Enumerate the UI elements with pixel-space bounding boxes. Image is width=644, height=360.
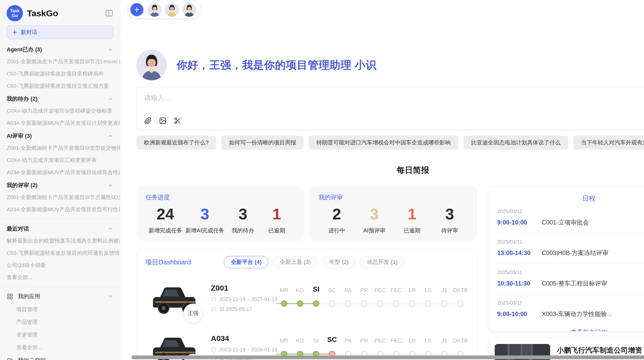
suggestion-chip[interactable]: 欧洲新规最近颁布了什么?: [136, 136, 216, 149]
milestone-label: LS: [425, 337, 432, 344]
sidebar-section-title: 最近对话: [7, 225, 29, 233]
sidebar-header: Task Go TaskGo: [0, 4, 120, 24]
milestone-dot: [377, 301, 383, 307]
dashboard-tab[interactable]: 年型 (2): [322, 256, 355, 268]
sidebar-item-label: 我的云空间: [18, 357, 46, 360]
conversation-item[interactable]: C0X4-动力总成开发项目工程变更评审: [0, 154, 120, 166]
schedule-event-name: X003-车辆动力学性能验...: [542, 310, 644, 318]
milestone-dot: [361, 301, 367, 307]
conversation-item[interactable]: A034-全新新能源MUV产品开发项目造型可行性评审: [0, 203, 120, 216]
sidebar-section-header[interactable]: 我的待办 (2): [0, 92, 120, 105]
stat: 3新增AI完成任务: [185, 205, 224, 234]
conversation-item[interactable]: A034-全新新能源MUV产品开发项目法规符合性评审: [0, 166, 120, 178]
stat-label: 进行中: [321, 227, 352, 234]
image-upload-icon[interactable]: [159, 117, 167, 125]
chevron-up-icon: [107, 133, 113, 139]
view-all-schedule-link[interactable]: 查看所有日程: [497, 328, 644, 332]
sidebar-section-header[interactable]: 我的评审 (2): [0, 178, 120, 191]
stat: 1已逾期: [397, 205, 427, 234]
milestone-dot: [297, 301, 303, 307]
dashboard-tab[interactable]: 动总开发 (1): [360, 256, 404, 268]
schedule-time: 9:00-10:00: [497, 219, 542, 226]
app-link[interactable]: 查看全部...: [0, 341, 120, 354]
milestone-label: PA: [345, 287, 352, 294]
stat-label: 新增完成任务: [149, 227, 182, 234]
dashboard-tab[interactable]: 全新平台 (4): [224, 256, 268, 268]
project-date-range: 2023-12-19 ~ 2027-01-19: [219, 296, 277, 302]
input-toolbar: [144, 117, 644, 125]
milestone-dot: [393, 301, 399, 307]
agent-avatar[interactable]: [148, 3, 162, 17]
project-info: Z0012023-12-19 ~ 2027-01-19SI-2025-05-17: [211, 284, 274, 312]
sidebar-scroll: Agent已办 (3)Z001-全新燃油皮卡产品开发项目SI节点Lesson L…: [0, 43, 120, 360]
stat-label: 已逾期: [397, 227, 427, 234]
project-code: A034: [211, 334, 274, 343]
schedule-date: 2025/03/11: [497, 208, 644, 214]
stat-value: 24: [149, 205, 182, 223]
milestone-label: PR: [360, 287, 368, 294]
new-chat-button[interactable]: 新对话: [7, 25, 113, 39]
stat-value: 2: [321, 205, 352, 223]
milestone-label: PA: [345, 337, 352, 344]
conversation-item[interactable]: Z001-全新燃油皮卡产品开发项目SI节点Lesson Learn报告: [0, 55, 120, 68]
dashboard-tab[interactable]: 全新上装 (3): [273, 256, 317, 268]
sidebar-section-header[interactable]: AI评审 (3): [0, 129, 120, 142]
screenshot-scissors-icon[interactable]: [174, 117, 181, 125]
conversation-item[interactable]: Z001-全新燃油轻卡产品开发项目SI造型提交物评审: [0, 142, 120, 154]
stat-card-title: 任务进度: [145, 193, 295, 201]
project-row: 王强Z0012023-12-19 ~ 2027-01-19SI-2025-05-…: [145, 279, 468, 317]
sidebar: Task Go TaskGo 新对话 Agent已办 (3)Z001-全新燃油皮…: [0, 0, 120, 360]
agent-avatar[interactable]: [182, 3, 196, 17]
suggestion-chips: 欧洲新规最近颁布了什么?如何写一份清晰的项目周报特朗普可能对进口汽车增税会对中国…: [136, 136, 644, 149]
apps-grid-icon: [7, 293, 13, 300]
horizontal-scrollbar[interactable]: [131, 355, 644, 359]
add-agent-button[interactable]: [130, 3, 144, 17]
divider: [0, 219, 120, 219]
project-date-range: 2023-12-19 ~ 2026-01-19: [219, 347, 277, 353]
greeting-text: 你好，王强，我是你的项目管理助理 小识: [177, 58, 377, 72]
conversation-item[interactable]: C02-飞腾新能源轻客改款项目里程碑画布: [0, 68, 120, 80]
view-all-link[interactable]: 查看全部...: [0, 271, 120, 283]
app-link[interactable]: 变更管理: [0, 328, 120, 341]
stat: 24新增完成任务: [149, 205, 182, 234]
sidebar-section-header[interactable]: Agent已办 (3): [0, 43, 120, 55]
schedule-time: 10:30-11:30: [497, 280, 542, 287]
schedule-event-name: C005-整车工程目标评审: [542, 279, 644, 288]
milestone-label: SI: [313, 286, 319, 293]
milestone-label: MR: [280, 287, 288, 294]
schedule-item: 2025/03/119:00-10:00X003-车辆动力学性能验...加入: [497, 294, 644, 325]
milestone-dot: [345, 301, 351, 307]
suggestion-chip[interactable]: 比亚迪全固态电池计划具体说了什么: [463, 136, 568, 149]
schedule-row: 13:00-14:30C003|H0B-方案冻结评审加入: [497, 249, 644, 257]
stat-label: 我的待办: [228, 227, 258, 234]
agent-avatar[interactable]: [165, 3, 179, 17]
attachment-icon[interactable]: [144, 117, 152, 125]
stat-label: 已逾期: [261, 227, 292, 234]
suggestion-chip[interactable]: 当下年轻人对汽车外观有怎样的喜好趋势: [573, 136, 644, 149]
conversation-item[interactable]: A034-全新新能源MUV产品开发项目计划变更表编写: [0, 117, 120, 129]
app-link[interactable]: 产品管理: [0, 316, 120, 328]
recent-conversation-item[interactable]: 公司Q3轻卡销量: [0, 259, 120, 271]
suggestion-chip[interactable]: 特朗普可能对进口汽车增税会对中国车企造成哪些影响: [309, 136, 458, 149]
sidebar-section-header[interactable]: 最近对话: [0, 222, 120, 235]
suggestion-chip[interactable]: 如何写一份清晰的项目周报: [221, 136, 304, 149]
stat: 3待评审: [434, 205, 465, 234]
logo-text-2: Go: [12, 13, 18, 18]
conversation-item[interactable]: Z001-全新燃油轻卡产品开发项目SI节点属性5D文件评审: [0, 191, 120, 203]
milestone-label: OKTB: [453, 337, 468, 344]
milestone-dot: [457, 301, 463, 307]
schedule-row: 9:00-10:00C001-立项审批会加入: [497, 218, 644, 227]
collapse-sidebar-icon[interactable]: [105, 9, 113, 18]
chevron-up-icon: [107, 47, 113, 53]
sidebar-item-cloud-folder[interactable]: 我的云空间: [0, 354, 120, 360]
recent-conversation-item[interactable]: C02-飞腾新能源轻客改款项目的闭环通告反馈情况: [0, 247, 120, 259]
milestone-label: MR: [280, 337, 288, 344]
conversation-item[interactable]: C0X4-动力总成开发项目SI里程碑提交物检查: [0, 105, 120, 117]
milestone-dot: [409, 301, 415, 307]
conversation-item[interactable]: C02-飞腾新能源轻客改款项目立项汇报方案: [0, 80, 120, 92]
app-link[interactable]: 项目管理: [0, 303, 120, 316]
chat-input[interactable]: [144, 94, 644, 102]
recent-conversation-item[interactable]: 解释最新出台的欧盟报废车法规再生塑料比例被调至15%...: [0, 235, 120, 247]
sidebar-item-my-apps[interactable]: 我的应用: [0, 290, 120, 303]
project-owner-badge: 王强: [183, 304, 203, 323]
